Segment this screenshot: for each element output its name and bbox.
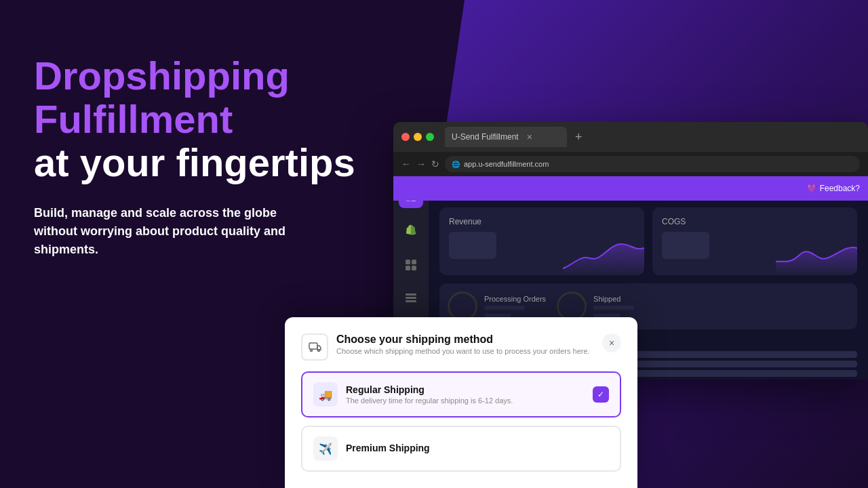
svg-point-17 — [311, 350, 313, 352]
svg-point-18 — [318, 350, 320, 352]
refresh-button[interactable]: ↻ — [431, 159, 439, 169]
back-button[interactable]: ← — [401, 159, 411, 169]
modal-title: Choose your shipping method — [336, 333, 590, 346]
browser-nav: ← → ↻ 🌐 app.u-sendfulfillment.com — [393, 152, 868, 176]
modal-header: Choose your shipping method Choose which… — [301, 333, 621, 361]
feedback-bar: 💜 Feedback? — [393, 176, 868, 201]
svg-rect-6 — [406, 266, 410, 270]
modal-subtitle: Choose which shipping method you want to… — [336, 347, 590, 355]
globe-icon: 🌐 — [452, 161, 460, 168]
svg-rect-5 — [412, 260, 416, 264]
processing-info: Processing Orders — [484, 295, 546, 318]
regular-shipping-icon: 🚚 — [313, 382, 338, 407]
cogs-card: COGS — [652, 207, 857, 275]
traffic-lights — [401, 133, 434, 141]
revenue-card: Revenue — [439, 207, 644, 275]
shipped-label: Shipped — [593, 295, 634, 303]
premium-shipping-info: Premium Shipping — [346, 443, 609, 455]
address-bar[interactable]: 🌐 app.u-sendfulfillment.com — [445, 156, 860, 172]
tab-title: U-Send Fulfillment — [452, 132, 519, 142]
processing-label: Processing Orders — [484, 295, 546, 303]
svg-rect-4 — [406, 260, 410, 264]
premium-shipping-icon: ✈️ — [313, 436, 338, 461]
address-text: app.u-sendfulfillment.com — [464, 160, 549, 168]
svg-rect-9 — [406, 297, 416, 299]
headline-white: at your fingertips — [34, 141, 373, 184]
feedback-button[interactable]: 💜 Feedback? — [807, 184, 860, 193]
cogs-chart — [776, 235, 857, 275]
stats-row: Revenue COGS — [439, 207, 857, 275]
shipped-info: Shipped — [593, 295, 634, 318]
headline-purple: Dropshipping Fulfillment — [34, 54, 373, 141]
revenue-value — [449, 232, 496, 259]
minimize-traffic-light[interactable] — [414, 133, 422, 141]
tab-close-icon[interactable]: × — [527, 131, 532, 142]
regular-shipping-desc: The delivery time for regular shipping i… — [346, 396, 585, 405]
revenue-chart — [563, 235, 644, 275]
close-icon: × — [609, 338, 614, 348]
shipping-method-modal: Choose your shipping method Choose which… — [285, 317, 637, 488]
close-traffic-light[interactable] — [401, 133, 410, 141]
premium-shipping-name: Premium Shipping — [346, 443, 609, 453]
svg-rect-7 — [412, 266, 416, 270]
new-tab-icon[interactable]: + — [575, 130, 583, 144]
sidebar-table-icon[interactable] — [399, 287, 423, 311]
heart-icon: 💜 — [807, 184, 817, 193]
hero-section: Dropshipping Fulfillment at your fingert… — [34, 54, 373, 259]
revenue-label: Revenue — [449, 217, 635, 226]
svg-rect-16 — [309, 343, 317, 349]
regular-shipping-name: Regular Shipping — [346, 384, 585, 395]
sidebar-shopify-icon[interactable] — [399, 219, 423, 243]
sidebar-grid-icon[interactable] — [399, 253, 423, 277]
hero-subtext: Build, manage and scale across the globe… — [34, 204, 305, 259]
regular-shipping-info: Regular Shipping The delivery time for r… — [346, 384, 585, 405]
browser-chrome: U-Send Fulfillment × + — [393, 122, 868, 152]
cogs-label: COGS — [662, 217, 848, 226]
browser-tab[interactable]: U-Send Fulfillment × — [445, 127, 567, 147]
svg-rect-10 — [406, 300, 416, 302]
shipped-bar — [593, 306, 634, 310]
forward-button[interactable]: → — [416, 159, 426, 169]
maximize-traffic-light[interactable] — [426, 133, 434, 141]
cogs-value — [662, 232, 709, 259]
feedback-label: Feedback? — [820, 184, 860, 193]
processing-bar — [484, 306, 525, 310]
modal-title-group: Choose your shipping method Choose which… — [301, 333, 602, 361]
modal-icon — [301, 333, 328, 361]
svg-rect-8 — [406, 293, 416, 296]
premium-shipping-option[interactable]: ✈️ Premium Shipping — [301, 426, 621, 472]
regular-shipping-option[interactable]: 🚚 Regular Shipping The delivery time for… — [301, 371, 621, 418]
modal-close-button[interactable]: × — [602, 333, 621, 352]
regular-shipping-check: ✓ — [593, 386, 609, 403]
